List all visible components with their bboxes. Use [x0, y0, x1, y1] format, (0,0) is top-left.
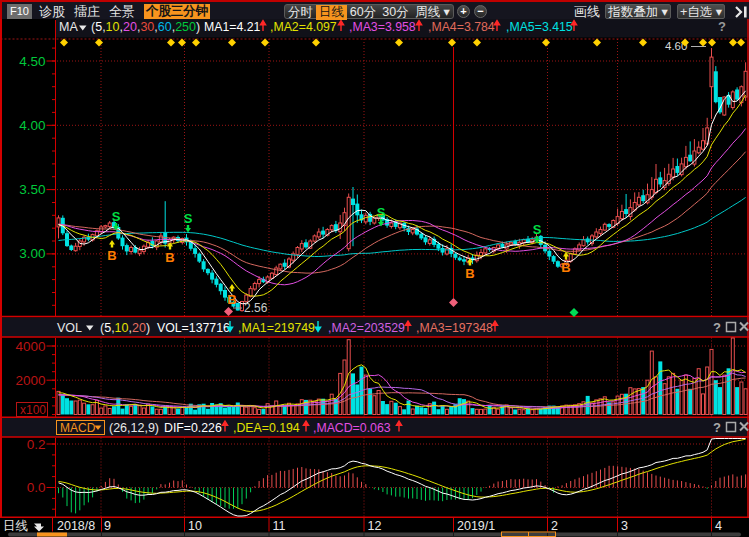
svg-text:3: 3	[621, 519, 628, 533]
svg-text:10: 10	[188, 519, 202, 533]
svg-text:B: B	[227, 292, 236, 307]
svg-text:MACD: MACD	[60, 421, 96, 435]
svg-text:,MA3=3.958: ,MA3=3.958	[349, 20, 416, 34]
svg-text:3.50: 3.50	[19, 182, 45, 197]
svg-text:,MA5=3.415: ,MA5=3.415	[506, 20, 573, 34]
svg-text:?: ?	[713, 320, 721, 335]
svg-text:2000: 2000	[15, 373, 45, 388]
svg-text:2: 2	[551, 519, 558, 533]
svg-text:,DEA=0.194: ,DEA=0.194	[233, 421, 300, 435]
svg-text:B: B	[465, 266, 474, 281]
svg-text:12: 12	[368, 519, 382, 533]
svg-text:日线: 日线	[3, 519, 28, 533]
svg-text:,MA3=197348: ,MA3=197348	[416, 321, 493, 335]
svg-text:S: S	[377, 205, 386, 220]
svg-text:,MA1=219749: ,MA1=219749	[238, 321, 315, 335]
svg-text:4.00: 4.00	[19, 118, 45, 133]
svg-text:(5,10,20,30,60,250): (5,10,20,30,60,250)	[91, 20, 200, 34]
svg-text:,MA2=4.097: ,MA2=4.097	[270, 20, 337, 34]
svg-text:B: B	[107, 248, 116, 263]
svg-text:3.00: 3.00	[19, 246, 45, 261]
svg-text:4000: 4000	[15, 339, 45, 354]
svg-text:VOL: VOL	[57, 321, 82, 335]
svg-text:DIF=0.226: DIF=0.226	[164, 421, 222, 435]
svg-text:(5,10,20): (5,10,20)	[100, 321, 150, 335]
svg-text:0.0: 0.0	[27, 480, 46, 495]
svg-text:S: S	[533, 222, 542, 237]
svg-text:,MA2=203529: ,MA2=203529	[328, 321, 405, 335]
svg-text:2018/8: 2018/8	[57, 519, 95, 533]
svg-text:B: B	[165, 250, 174, 265]
svg-text:4: 4	[715, 519, 722, 533]
svg-text:S: S	[184, 211, 193, 226]
svg-text:,MACD=0.063: ,MACD=0.063	[313, 421, 391, 435]
svg-text:2.56: 2.56	[244, 301, 268, 315]
svg-text:B: B	[561, 260, 570, 275]
svg-text:VOL=137716: VOL=137716	[157, 321, 230, 335]
svg-text:9: 9	[104, 519, 111, 533]
svg-text:,MA4=3.784: ,MA4=3.784	[428, 20, 495, 34]
svg-text:S: S	[112, 209, 121, 224]
svg-text:?: ?	[713, 420, 721, 435]
svg-text:?: ?	[718, 19, 726, 34]
svg-text:MA1=4.21: MA1=4.21	[204, 20, 261, 34]
svg-text:x100: x100	[20, 403, 46, 417]
svg-text:2019/1: 2019/1	[457, 519, 495, 533]
svg-text:0.2: 0.2	[27, 437, 46, 452]
svg-text:MA: MA	[59, 20, 78, 34]
svg-text:4.50: 4.50	[19, 54, 45, 69]
svg-text:(26,12,9): (26,12,9)	[109, 421, 159, 435]
svg-text:11: 11	[273, 519, 286, 533]
